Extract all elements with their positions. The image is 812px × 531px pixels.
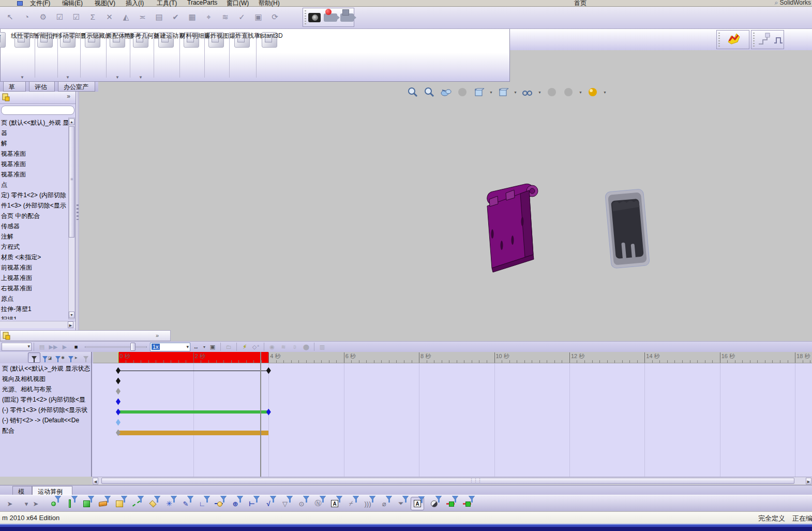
tree-item-12[interactable]: 注解 — [0, 231, 69, 242]
timeline-row-label-4[interactable]: (固定) 零件1<2> (内部切除<显 — [0, 394, 91, 405]
ribbon-button-5[interactable]: 装配体特征▼ — [106, 31, 129, 80]
damper-button[interactable]: Ꞝ — [289, 342, 300, 351]
play-button[interactable]: ▶ — [59, 342, 70, 351]
scroll-right-button[interactable]: ▶ — [68, 321, 73, 328]
filter-connection-points[interactable] — [444, 497, 457, 510]
gear-clock-icon[interactable]: ⚙ — [36, 10, 50, 24]
filter-geometric-tolerances[interactable]: ))) — [361, 497, 374, 510]
filter-surface-bodies[interactable] — [96, 497, 110, 510]
ribbon-button-10[interactable]: 爆炸直线草图 — [229, 31, 255, 80]
cone-draft-icon[interactable]: ◭ — [119, 10, 133, 24]
timeline-row-label-2[interactable]: 视向及相机视图 — [0, 374, 91, 384]
analysis-flyout-button[interactable] — [716, 30, 749, 49]
timeline-key[interactable] — [116, 399, 121, 405]
doc-tab-模型[interactable]: 模型 — [12, 486, 32, 495]
tree-item-15[interactable]: 前视基准面 — [0, 262, 69, 273]
scroll-up-button[interactable]: ▲ — [69, 119, 74, 125]
filter-center-marks[interactable]: ⊕ — [229, 497, 242, 510]
filter-annotations[interactable]: ⌀ — [378, 497, 391, 510]
filter-sketch-points[interactable]: ✳ — [162, 497, 176, 510]
scroll-down-button[interactable]: ▼ — [69, 312, 74, 318]
timeline-key[interactable] — [116, 409, 121, 416]
tree-item-9[interactable]: 件1<3> (外部切除<显示 — [0, 200, 69, 211]
tab-草图[interactable]: 草图 — [3, 82, 26, 92]
timeline-key[interactable] — [116, 367, 121, 374]
timeline-bar[interactable] — [118, 371, 269, 371]
scroll-thumb[interactable] — [101, 478, 794, 484]
compress-arrows-icon[interactable]: ≍ — [136, 10, 149, 24]
tab-评估[interactable]: 评估 — [29, 82, 55, 92]
graphics-viewport[interactable]: ▼▼▼▼▼ — [0, 50, 812, 341]
filter-planes[interactable] — [146, 497, 159, 510]
document-question-icon[interactable]: ▤ — [152, 10, 166, 24]
ribbon-button-11[interactable]: Instant3D — [255, 31, 283, 80]
ribbon-button-1[interactable]: 线性零部件阵列▼ — [11, 31, 34, 80]
tree-item-4[interactable]: 视基准面 — [0, 149, 69, 159]
tree-filter-box[interactable] — [1, 106, 74, 115]
timeline-key[interactable] — [266, 409, 271, 416]
filter-spheres[interactable] — [427, 497, 441, 510]
filter-surface-finish-symbols[interactable]: √ — [262, 497, 275, 510]
stop-record-button[interactable] — [340, 13, 354, 22]
add-key-button[interactable]: ◇⁺ — [250, 342, 262, 351]
filter-edges[interactable] — [63, 497, 77, 510]
filter-datums[interactable]: ▽ — [278, 497, 292, 510]
assembly-tree-icon[interactable] — [2, 93, 10, 101]
calculator-button[interactable]: ▤ — [36, 342, 48, 351]
playback-mode-dropdown[interactable]: ▾ — [202, 342, 207, 351]
study-type-dropdown[interactable] — [2, 343, 32, 351]
ribbon-button-7[interactable]: 新建运动算例 — [154, 31, 178, 80]
filter-sketches[interactable]: ✎ — [179, 497, 192, 510]
tree-vertical-scrollbar[interactable]: ▲ ▼ — [68, 117, 75, 319]
tree-item-14[interactable]: 材质 <未指定> — [0, 252, 69, 262]
tree-item-7[interactable]: 点 — [0, 180, 69, 190]
play-from-start-button[interactable]: ▶▶ — [48, 342, 59, 351]
timeline-row-label-6[interactable]: (-) 销钉<2> -> (Default<<De — [0, 415, 91, 425]
filter-balloons[interactable]: ⊙ — [295, 497, 308, 510]
filter-datum-targets[interactable]: A — [328, 497, 341, 510]
filter-solid-bodies[interactable] — [113, 497, 126, 510]
os-taskbar[interactable] — [0, 524, 812, 531]
filter-weld-symbols[interactable]: ⌿ — [344, 497, 358, 510]
design-check-icon[interactable]: ✔ — [169, 10, 183, 24]
slider-thumb[interactable] — [130, 343, 136, 351]
tree-item-18[interactable]: 原点 — [0, 293, 69, 304]
timeline-bar[interactable] — [118, 410, 269, 414]
chevron-down-icon[interactable]: ▼ — [20, 75, 24, 80]
tree-item-6[interactable]: 视基准面 — [0, 169, 69, 180]
timeline-row-label-3[interactable]: 光源、相机与布景 — [0, 384, 91, 394]
timeline-key[interactable] — [116, 378, 121, 385]
tree-item-1[interactable]: 页 (默认<<默认)_外观 显 — [0, 117, 69, 128]
ribbon-button-8[interactable]: 材料明细表 — [179, 31, 203, 80]
timeline-tracks[interactable] — [93, 363, 812, 477]
tab-办公室产品[interactable]: 办公室产品 — [58, 82, 95, 92]
interference-crossed-arrows-icon[interactable]: ✕ — [102, 10, 116, 24]
timeline-body[interactable]: 页 (默认<<默认>_外观 显示状态视向及相机视图光源、相机与布景(固定) 零件… — [0, 363, 812, 477]
ribbon-button-partial-mate[interactable]: 合 — [0, 31, 10, 80]
ribbon-button-4[interactable]: 显示隐藏的零部件 — [80, 31, 105, 80]
tree-item-3[interactable]: 解 — [0, 138, 69, 149]
pane-chevron[interactable]: » — [156, 332, 159, 338]
tree-item-19[interactable]: 拉伸-薄壁1 — [0, 304, 69, 314]
move-arrow-icon[interactable]: ↖ — [3, 10, 17, 24]
speed-combo[interactable]: 1x — [150, 343, 190, 351]
filter-notes[interactable]: Ⓝ — [311, 497, 325, 510]
3d-parts[interactable] — [0, 50, 812, 341]
box-check2-icon[interactable]: ☑ — [69, 10, 83, 24]
doc-tab-运动算例 1[interactable]: 运动算例 1 — [32, 486, 72, 495]
tree-item-8[interactable]: 定) 零件1<2> (内部切除 — [0, 190, 69, 200]
filter-all-button[interactable] — [28, 352, 40, 363]
filter-vertices[interactable] — [47, 497, 60, 510]
rebuild-icon[interactable]: ⟳ — [268, 10, 282, 24]
results-and-plots-button[interactable]: ▥ — [317, 342, 328, 351]
tree-item-17[interactable]: 右视基准面 — [0, 283, 69, 293]
chevron-down-icon[interactable]: ▼ — [66, 75, 70, 80]
timeline-key[interactable] — [116, 388, 121, 395]
scroll-right-button[interactable]: ▶ — [806, 478, 811, 484]
tree-item-5[interactable]: 视基准面 — [0, 159, 69, 169]
timeline-key[interactable] — [116, 419, 121, 426]
sigma-equations-icon[interactable]: Σ — [86, 10, 100, 24]
ribbon-button-9[interactable]: 爆炸视图 — [204, 31, 228, 80]
ribbon-button-6[interactable]: 参考几何体▼ — [129, 31, 153, 80]
clipboard-icon[interactable]: ▣ — [251, 10, 265, 24]
